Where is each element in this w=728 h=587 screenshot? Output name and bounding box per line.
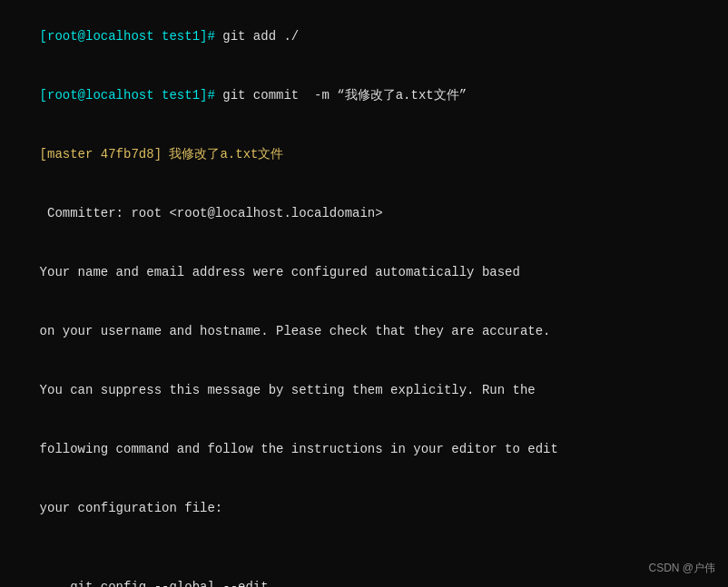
line-3: [master 47fb7d8] 我修改了a.txt文件 [9, 125, 719, 184]
line-9: your configuration file: [9, 480, 719, 539]
line-1: [root@localhost test1]# git add ./ [9, 7, 719, 66]
line-8: following command and follow the instruc… [9, 420, 719, 479]
cmd-1: git add ./ [222, 29, 299, 44]
line-5: Your name and email address were configu… [9, 243, 719, 302]
line-7: You can suppress this message by setting… [9, 361, 719, 420]
terminal: [root@localhost test1]# git add ./ [root… [0, 0, 728, 587]
prompt-1: [root@localhost test1]# [40, 29, 223, 44]
cmd-2: git commit -m “我修改了a.txt文件” [222, 88, 467, 103]
commit-result: [master 47fb7d8] 我修改了a.txt文件 [40, 147, 284, 161]
prompt-2: [root@localhost test1]# [40, 88, 223, 103]
watermark: CSDN @户伟 [648, 561, 715, 576]
line-2: [root@localhost test1]# git commit -m “我… [9, 66, 719, 125]
line-11: git config --global --edit [9, 558, 719, 587]
line-4: Committer: root <root@localhost.localdom… [9, 184, 719, 243]
line-6: on your username and hostname. Please ch… [9, 302, 719, 361]
blank-1 [9, 539, 719, 559]
